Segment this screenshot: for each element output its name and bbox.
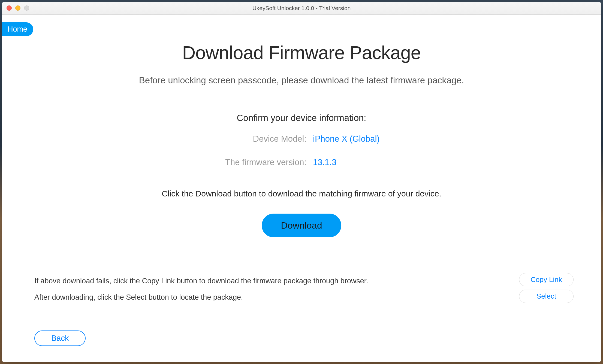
page-title: Download Firmware Package xyxy=(2,42,601,63)
download-button[interactable]: Download xyxy=(262,214,341,237)
minimize-icon[interactable] xyxy=(15,5,20,11)
home-button[interactable]: Home xyxy=(2,22,33,36)
firmware-version-row: The firmware version: 13.1.3 xyxy=(208,157,395,167)
copy-link-button[interactable]: Copy Link xyxy=(519,273,574,286)
help-line-1: If above download fails, click the Copy … xyxy=(34,273,368,289)
back-button[interactable]: Back xyxy=(34,330,86,346)
help-text: If above download fails, click the Copy … xyxy=(34,273,368,305)
device-model-row: Device Model: iPhone X (Global) xyxy=(208,134,395,144)
firmware-version-label: The firmware version: xyxy=(208,157,306,167)
titlebar: UkeySoft Unlocker 1.0.0 - Trial Version xyxy=(2,2,601,15)
main-panel: Download Firmware Package Before unlocki… xyxy=(2,15,601,237)
traffic-lights xyxy=(2,5,29,11)
window-title: UkeySoft Unlocker 1.0.0 - Trial Version xyxy=(252,5,351,11)
confirm-heading: Confirm your device information: xyxy=(2,113,601,123)
device-info: Device Model: iPhone X (Global) The firm… xyxy=(2,123,601,167)
side-buttons: Copy Link Select xyxy=(519,273,574,303)
close-icon[interactable] xyxy=(7,5,12,11)
content-area: Home Download Firmware Package Before un… xyxy=(2,15,601,362)
maximize-icon xyxy=(24,5,29,11)
bottom-section: If above download fails, click the Copy … xyxy=(2,273,601,362)
select-button[interactable]: Select xyxy=(519,290,574,303)
help-row: If above download fails, click the Copy … xyxy=(34,273,569,305)
device-model-value[interactable]: iPhone X (Global) xyxy=(313,134,395,144)
device-model-label: Device Model: xyxy=(208,134,306,144)
download-instruction: Click the Download button to download th… xyxy=(2,189,601,198)
page-subtitle: Before unlocking screen passcode, please… xyxy=(2,75,601,86)
app-window: UkeySoft Unlocker 1.0.0 - Trial Version … xyxy=(2,2,601,362)
firmware-version-value[interactable]: 13.1.3 xyxy=(313,157,395,167)
help-line-2: After downloading, click the Select butt… xyxy=(34,289,368,305)
